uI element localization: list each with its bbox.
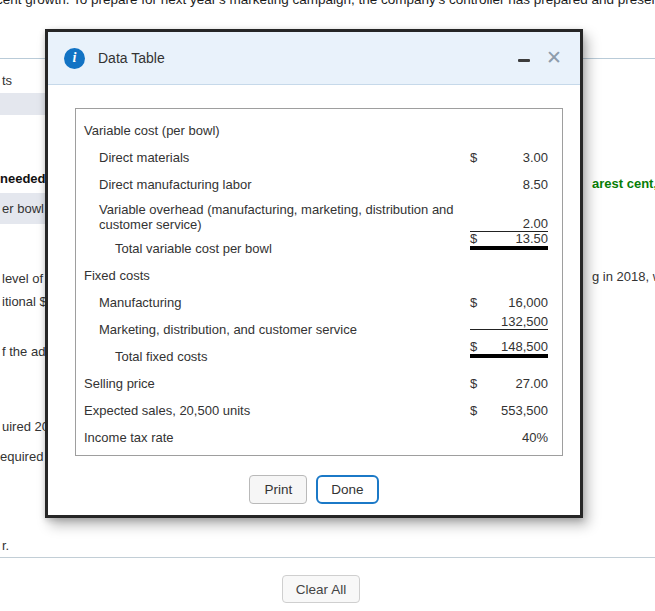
row-amount: 2.00 xyxy=(470,216,548,232)
amount-value: 3.00 xyxy=(523,150,548,165)
amount-value: 132,500 xyxy=(501,314,548,329)
amount-value: 8.50 xyxy=(523,177,548,192)
amount-value: 553,500 xyxy=(501,403,548,418)
row-label: Fixed costs xyxy=(84,268,470,283)
amount-value: 16,000 xyxy=(508,295,548,310)
row-label: Expected sales, 20,500 units xyxy=(84,403,470,418)
fragment-uired: uired 20 xyxy=(2,419,49,434)
problem-statement-text: cent growth. To prepare for next year's … xyxy=(0,0,655,8)
amount-value: 40% xyxy=(522,430,548,445)
fragment-r: r. xyxy=(2,538,9,553)
table-row: Manufacturing$16,000 xyxy=(84,289,552,316)
row-amount: $148,500 xyxy=(470,339,548,358)
row-label: Marketing, distribution, and customer se… xyxy=(84,322,470,337)
table-row: Direct materials$3.00 xyxy=(84,144,552,171)
fragment-ts: ts xyxy=(2,73,12,88)
row-label: Variable cost (per bowl) xyxy=(84,123,470,138)
dollar-sign: $ xyxy=(470,295,477,310)
table-row: Variable cost (per bowl) xyxy=(84,117,552,144)
table-row: Expected sales, 20,500 units$553,500 xyxy=(84,397,552,424)
dollar-sign: $ xyxy=(470,150,477,165)
row-amount: $16,000 xyxy=(470,295,548,310)
close-icon[interactable]: ✕ xyxy=(546,48,562,67)
fragment-in-2018: g in 2018, w xyxy=(592,269,655,284)
fragment-equired: equired xyxy=(0,449,43,464)
fragment-er-bowl: er bowl xyxy=(2,201,44,216)
table-row: Variable overhead (manufacturing, market… xyxy=(84,198,552,235)
row-label: Total fixed costs xyxy=(84,349,470,364)
table-row: Selling price$27.00 xyxy=(84,370,552,397)
data-table: Variable cost (per bowl)Direct materials… xyxy=(75,108,563,456)
dialog-titlebar: i Data Table ✕ xyxy=(48,32,580,85)
info-icon: i xyxy=(64,48,85,69)
minimize-icon[interactable] xyxy=(518,59,530,62)
row-label: Selling price xyxy=(84,376,470,391)
row-amount: $553,500 xyxy=(470,403,548,418)
table-row: Total fixed costs$148,500 xyxy=(84,343,552,370)
dialog-title: Data Table xyxy=(98,50,165,66)
amount-value: 2.00 xyxy=(523,216,548,231)
print-button[interactable]: Print xyxy=(249,475,307,504)
row-amount: $3.00 xyxy=(470,150,548,165)
table-row: Income tax rate40% xyxy=(84,424,552,451)
done-button[interactable]: Done xyxy=(316,475,378,504)
dollar-sign: $ xyxy=(470,376,477,391)
row-amount: 8.50 xyxy=(470,177,548,192)
row-amount: 132,500 xyxy=(470,314,548,330)
table-row: Total variable cost per bowl$13.50 xyxy=(84,235,552,262)
amount-value: 13.50 xyxy=(515,231,548,246)
data-table-dialog: i Data Table ✕ Variable cost (per bowl)D… xyxy=(45,29,583,518)
fragment-nearest-cent: arest cent, $ xyxy=(592,176,655,191)
row-label: Total variable cost per bowl xyxy=(84,241,470,256)
fragment-needed: needed xyxy=(0,171,46,186)
table-row: Direct manufacturing labor8.50 xyxy=(84,171,552,198)
row-label: Variable overhead (manufacturing, market… xyxy=(84,202,470,232)
dollar-sign: $ xyxy=(470,339,477,354)
row-amount: 40% xyxy=(470,430,548,445)
row-label: Direct materials xyxy=(84,150,470,165)
row-amount: $27.00 xyxy=(470,376,548,391)
row-label: Income tax rate xyxy=(84,430,470,445)
bottom-divider xyxy=(0,557,655,558)
amount-value: 27.00 xyxy=(515,376,548,391)
row-label: Direct manufacturing labor xyxy=(84,177,470,192)
dollar-sign: $ xyxy=(470,403,477,418)
dollar-sign: $ xyxy=(470,231,477,246)
amount-value: 148,500 xyxy=(501,339,548,354)
row-label: Manufacturing xyxy=(84,295,470,310)
clear-all-button[interactable]: Clear All xyxy=(282,575,360,603)
table-row: Fixed costs xyxy=(84,262,552,289)
row-amount: $13.50 xyxy=(470,231,548,250)
dialog-body: Variable cost (per bowl)Direct materials… xyxy=(48,85,580,504)
page: cent growth. To prepare for next year's … xyxy=(0,0,655,611)
